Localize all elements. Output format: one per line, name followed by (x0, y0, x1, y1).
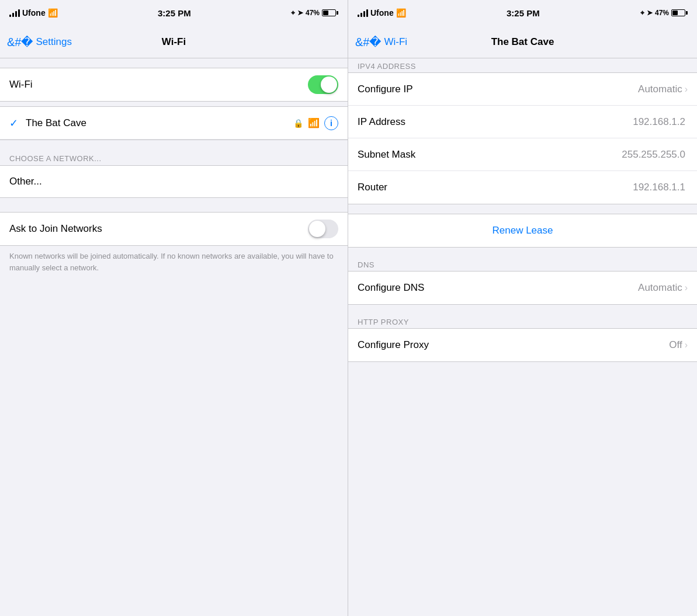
signal-bars-icon (9, 9, 20, 17)
subnet-mask-value: 255.255.255.0 (622, 149, 685, 161)
status-left: Ufone 📶 (9, 8, 58, 18)
back-button-left[interactable]: &#� Settings (7, 36, 72, 48)
ask-join-info-text: Known networks will be joined automatica… (0, 246, 348, 280)
lock-icon: 🔒 (293, 119, 303, 128)
ask-join-toggle[interactable] (308, 220, 338, 238)
spacer-1 (0, 58, 348, 68)
location-icon: ⌖ (291, 9, 295, 17)
battery-percent-left: 47% (306, 9, 320, 17)
back-chevron-icon: &#� (7, 36, 33, 48)
time-right: 3:25 PM (507, 8, 540, 18)
ask-join-label: Ask to Join Networks (9, 223, 308, 235)
spacer-right-2 (348, 248, 697, 257)
nav-bar-left: &#� Settings Wi-Fi (0, 26, 348, 58)
dns-section: Configure DNS Automatic › (348, 271, 697, 305)
direction-icon: ➤ (297, 9, 303, 17)
ask-join-group: Ask to Join Networks (0, 212, 348, 246)
nav-title-left: Wi-Fi (162, 36, 186, 48)
battery-icon-right (671, 9, 688, 16)
left-panel: Ufone 📶 3:25 PM ⌖ ➤ 47% &#� Settings Wi-… (0, 0, 348, 616)
http-proxy-header-label: HTTP PROXY (358, 318, 409, 326)
battery-icon-left (322, 9, 338, 16)
choose-network-header: CHOOSE A NETWORK... (0, 149, 348, 165)
configure-dns-chevron-icon: › (685, 283, 688, 293)
configure-dns-value: Automatic (638, 282, 682, 294)
configure-proxy-value: Off (669, 339, 682, 351)
router-label: Router (358, 182, 633, 193)
ipv4-header-label: IPV4 ADDRESS (358, 62, 416, 71)
carrier-left: Ufone (22, 8, 46, 18)
spacer-right-1 (348, 204, 697, 214)
back-chevron-right-icon: &#� (355, 36, 382, 48)
configure-proxy-row[interactable]: Configure Proxy Off › (348, 329, 697, 361)
ask-join-toggle-thumb (309, 221, 325, 237)
dns-section-header: DNS (348, 257, 697, 271)
location-right-icon: ⌖ (640, 9, 644, 17)
subnet-mask-row[interactable]: Subnet Mask 255.255.255.0 (348, 138, 697, 171)
spacer-right-3 (348, 305, 697, 314)
wifi-toggle-section: Wi-Fi (0, 68, 348, 102)
configure-ip-chevron-icon: › (685, 84, 688, 95)
status-bar-left: Ufone 📶 3:25 PM ⌖ ➤ 47% (0, 0, 348, 26)
nav-bar-right: &#� Wi-Fi The Bat Cave (348, 26, 697, 58)
status-bar-right: Ufone 📶 3:25 PM ⌖ ➤ 47% (348, 0, 697, 26)
renew-lease-label: Renew Lease (493, 225, 553, 236)
battery-percent-right: 47% (655, 9, 669, 17)
configure-proxy-chevron-icon: › (685, 340, 688, 350)
ipv4-partial-header: IPV4 ADDRESS (348, 58, 697, 72)
network-section: ✓ The Bat Cave 🔒 📶 i (0, 106, 348, 140)
wifi-signal-icon: 📶 (308, 117, 320, 128)
http-proxy-section-header: HTTP PROXY (348, 314, 697, 328)
status-right-left: ⌖ ➤ 47% (291, 9, 338, 17)
configure-proxy-label: Configure Proxy (358, 339, 669, 351)
subnet-mask-label: Subnet Mask (358, 149, 622, 161)
proxy-section: Configure Proxy Off › (348, 328, 697, 362)
ask-join-section: Ask to Join Networks Known networks will… (0, 212, 348, 280)
renew-lease-section: Renew Lease (348, 214, 697, 248)
direction-right-icon: ➤ (647, 9, 653, 17)
wifi-toggle[interactable] (308, 75, 338, 94)
signal-bars-right-icon (358, 9, 368, 17)
wifi-label: Wi-Fi (9, 79, 308, 91)
wifi-status-right-icon: 📶 (396, 8, 406, 18)
ask-join-row[interactable]: Ask to Join Networks (0, 213, 348, 245)
network-name: The Bat Cave (26, 117, 293, 129)
info-button[interactable]: i (324, 116, 338, 130)
configure-dns-label: Configure DNS (358, 282, 638, 294)
time-left: 3:25 PM (158, 8, 191, 18)
renew-lease-row[interactable]: Renew Lease (348, 214, 697, 247)
dns-header-label: DNS (358, 260, 374, 269)
network-row-bat-cave[interactable]: ✓ The Bat Cave 🔒 📶 i (0, 107, 348, 140)
status-right-right: ⌖ ➤ 47% (640, 9, 688, 17)
status-left-right: Ufone 📶 (358, 8, 406, 18)
other-label: Other... (9, 176, 338, 187)
configure-ip-value: Automatic (638, 83, 682, 95)
router-row[interactable]: Router 192.168.1.1 (348, 171, 697, 204)
back-label-right: Wi-Fi (384, 36, 407, 48)
carrier-right: Ufone (370, 8, 394, 18)
toggle-thumb (321, 76, 337, 93)
network-icons: 🔒 📶 i (293, 116, 338, 130)
router-value: 192.168.1.1 (633, 182, 685, 193)
back-button-right[interactable]: &#� Wi-Fi (355, 36, 407, 48)
checkmark-icon: ✓ (9, 117, 21, 130)
nav-title-right: The Bat Cave (491, 36, 554, 48)
configure-ip-label: Configure IP (358, 83, 638, 95)
other-row[interactable]: Other... (0, 165, 348, 198)
wifi-status-icon: 📶 (48, 8, 58, 18)
ip-address-row[interactable]: IP Address 192.168.1.2 (348, 106, 697, 138)
back-label-left: Settings (36, 36, 71, 48)
ipv4-section: Configure IP Automatic › IP Address 192.… (348, 72, 697, 204)
spacer-2 (0, 102, 348, 106)
wifi-toggle-row[interactable]: Wi-Fi (0, 68, 348, 101)
ip-address-value: 192.168.1.2 (633, 116, 685, 128)
right-panel: Ufone 📶 3:25 PM ⌖ ➤ 47% &#� Wi-Fi The Ba… (348, 0, 697, 616)
configure-ip-row[interactable]: Configure IP Automatic › (348, 73, 697, 106)
configure-dns-row[interactable]: Configure DNS Automatic › (348, 272, 697, 304)
ip-address-label: IP Address (358, 116, 633, 128)
